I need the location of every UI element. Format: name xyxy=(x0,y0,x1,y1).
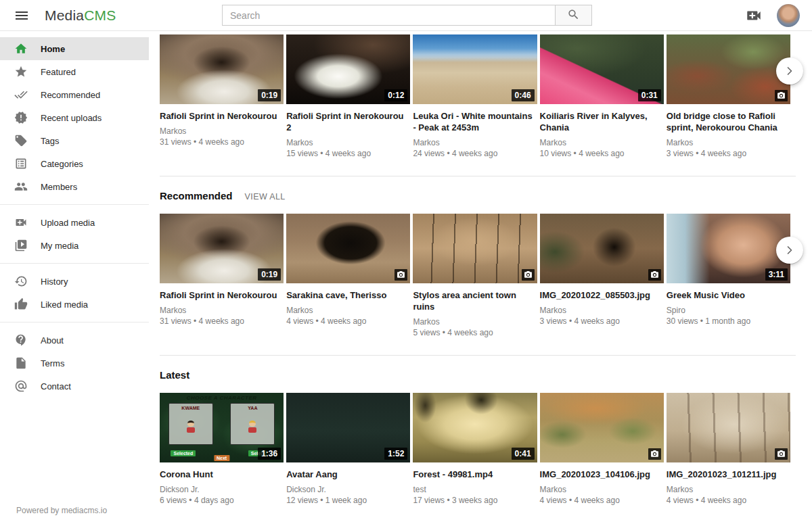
media-thumbnail[interactable] xyxy=(540,214,664,283)
media-card[interactable]: 0:46 Leuka Ori - White mountains - Peak … xyxy=(413,34,537,167)
media-thumbnail[interactable] xyxy=(286,214,410,283)
media-card[interactable]: Stylos area ancient town ruins Markos 5 … xyxy=(413,214,537,346)
media-author[interactable]: Dickson Jr. xyxy=(160,485,284,494)
sidebar-item-terms[interactable]: Terms xyxy=(0,352,149,375)
media-author[interactable]: Markos xyxy=(286,306,410,315)
media-thumbnail[interactable]: 0:41 xyxy=(413,393,537,462)
media-card[interactable]: CHOOSE A CHARACTER KWAME YAA Selected Ne… xyxy=(160,393,284,514)
search-button[interactable] xyxy=(556,5,592,26)
sidebar-item-featured[interactable]: Featured xyxy=(0,60,149,83)
media-title[interactable]: Rafioli Sprint in Nerokourou xyxy=(160,110,284,122)
sidebar-item-label: Recommended xyxy=(41,90,100,100)
top-bar: MediaCMS xyxy=(0,0,812,31)
media-author[interactable]: Markos xyxy=(413,317,537,327)
media-thumbnail[interactable] xyxy=(667,393,790,462)
media-title[interactable]: Koiliaris River in Kalyves, Chania xyxy=(540,110,664,133)
media-title[interactable]: IMG_20201023_101211.jpg xyxy=(667,469,790,480)
media-thumbnail[interactable]: 0:12 xyxy=(286,34,410,104)
media-author[interactable]: Markos xyxy=(160,126,284,136)
media-meta: 5 views • 4 weeks ago xyxy=(413,328,537,337)
media-card[interactable]: Old bridge close to Rafioli sprint, Nero… xyxy=(667,34,790,167)
hamburger-menu-icon[interactable] xyxy=(13,7,30,24)
media-grid: 0:19 Rafioli Sprint in Nerokourou Markos… xyxy=(160,214,790,346)
sidebar-item-categories[interactable]: Categories xyxy=(0,152,149,175)
media-card[interactable]: 0:12 Rafioli Sprint in Nerokourou 2 Mark… xyxy=(286,34,410,167)
media-author[interactable]: Markos xyxy=(667,485,790,494)
media-card[interactable]: 3:11 Greek Music Video Spiro 30 views • … xyxy=(667,214,790,346)
media-author[interactable]: Markos xyxy=(540,138,664,147)
media-author[interactable]: test xyxy=(413,485,537,494)
media-thumbnail[interactable]: 0:19 xyxy=(160,214,284,283)
section-header: Latest xyxy=(160,369,790,381)
avatar[interactable] xyxy=(777,4,800,27)
sidebar-item-recent-uploads[interactable]: Recent uploads xyxy=(0,106,149,129)
media-author[interactable]: Markos xyxy=(540,306,664,315)
sidebar-item-history[interactable]: History xyxy=(0,270,149,293)
sidebar-item-recommended[interactable]: Recommended xyxy=(0,83,149,106)
sidebar-item-upload-media[interactable]: Upload media xyxy=(0,211,149,234)
camera-icon xyxy=(648,269,661,281)
media-title[interactable]: Greek Music Video xyxy=(667,289,790,301)
duration-badge: 0:19 xyxy=(258,268,281,281)
sidebar-item-members[interactable]: Members xyxy=(0,175,149,198)
media-author[interactable]: Markos xyxy=(413,138,537,147)
section-divider xyxy=(160,355,796,356)
media-card[interactable]: 0:41 Forest - 49981.mp4 test 17 views • … xyxy=(413,393,537,514)
sidebar-nav: Home Featured Recommended Recent uploads… xyxy=(0,37,149,398)
media-title[interactable]: Sarakina cave, Therisso xyxy=(286,289,410,301)
sidebar-item-about[interactable]: About xyxy=(0,329,149,352)
media-thumbnail[interactable] xyxy=(413,214,537,283)
media-thumbnail[interactable]: 3:11 xyxy=(667,214,790,283)
help-icon xyxy=(14,333,29,348)
media-meta: 24 views • 4 weeks ago xyxy=(413,149,537,158)
media-title[interactable]: Rafioli Sprint in Nerokourou 2 xyxy=(286,110,410,133)
media-thumbnail[interactable]: CHOOSE A CHARACTER KWAME YAA Selected Ne… xyxy=(160,393,284,462)
sidebar-item-contact[interactable]: Contact xyxy=(0,375,149,398)
sidebar-item-my-media[interactable]: My media xyxy=(0,234,149,257)
next-arrow-button[interactable] xyxy=(776,237,803,264)
media-author[interactable]: Markos xyxy=(286,138,410,147)
media-title[interactable]: IMG_20201023_104106.jpg xyxy=(540,469,664,480)
media-meta: 3 views • 4 weeks ago xyxy=(540,316,664,326)
upload-media-icon[interactable] xyxy=(745,7,763,24)
media-thumbnail[interactable] xyxy=(540,393,664,462)
media-card[interactable]: IMG_20201023_101211.jpg Markos 4 views •… xyxy=(667,393,790,514)
sidebar-item-label: Categories xyxy=(41,159,83,169)
media-title[interactable]: Leuka Ori - White mountains - Peak at 24… xyxy=(413,110,537,133)
media-title[interactable]: Corona Hunt xyxy=(160,469,284,480)
sidebar-item-home[interactable]: Home xyxy=(0,37,149,60)
media-title[interactable]: Avatar Aang xyxy=(286,469,410,480)
media-author[interactable]: Markos xyxy=(667,138,790,147)
game-character-sprite xyxy=(248,421,256,433)
media-thumbnail[interactable]: 0:46 xyxy=(413,34,537,104)
media-card[interactable]: IMG_20201022_085503.jpg Markos 3 views •… xyxy=(540,214,664,346)
media-card[interactable]: 0:19 Rafioli Sprint in Nerokourou Markos… xyxy=(160,214,284,346)
media-thumbnail[interactable] xyxy=(667,34,790,104)
media-author[interactable]: Dickson Jr. xyxy=(286,485,410,494)
media-card[interactable]: 0:19 Rafioli Sprint in Nerokourou Markos… xyxy=(160,34,284,167)
members-icon xyxy=(14,179,29,194)
media-title[interactable]: Stylos area ancient town ruins xyxy=(413,289,537,312)
media-title[interactable]: IMG_20201022_085503.jpg xyxy=(540,289,664,301)
media-card[interactable]: 0:31 Koiliaris River in Kalyves, Chania … xyxy=(540,34,664,167)
media-card[interactable]: Sarakina cave, Therisso Markos 4 views •… xyxy=(286,214,410,346)
media-thumbnail[interactable]: 0:19 xyxy=(160,34,284,104)
sidebar-item-tags[interactable]: Tags xyxy=(0,129,149,152)
next-arrow-button[interactable] xyxy=(776,57,803,85)
media-author[interactable]: Spiro xyxy=(667,306,790,315)
media-card[interactable]: IMG_20201023_104106.jpg Markos 4 views •… xyxy=(540,393,664,514)
media-title[interactable]: Old bridge close to Rafioli sprint, Nero… xyxy=(667,110,790,133)
media-card[interactable]: 1:52 Avatar Aang Dickson Jr. 12 views • … xyxy=(286,393,410,514)
sidebar-item-liked-media[interactable]: Liked media xyxy=(0,293,149,316)
media-thumbnail[interactable]: 1:52 xyxy=(286,393,410,462)
view-all-link[interactable]: VIEW ALL xyxy=(245,192,286,201)
media-author[interactable]: Markos xyxy=(540,485,664,494)
media-author[interactable]: Markos xyxy=(160,306,284,315)
app-logo[interactable]: MediaCMS xyxy=(45,7,116,24)
search-input[interactable] xyxy=(222,5,556,26)
media-thumbnail[interactable]: 0:31 xyxy=(540,34,664,104)
home-icon xyxy=(14,41,29,56)
media-title[interactable]: Rafioli Sprint in Nerokourou xyxy=(160,289,284,301)
media-title[interactable]: Forest - 49981.mp4 xyxy=(413,469,537,480)
game-heading: CHOOSE A CHARACTER xyxy=(160,395,284,401)
